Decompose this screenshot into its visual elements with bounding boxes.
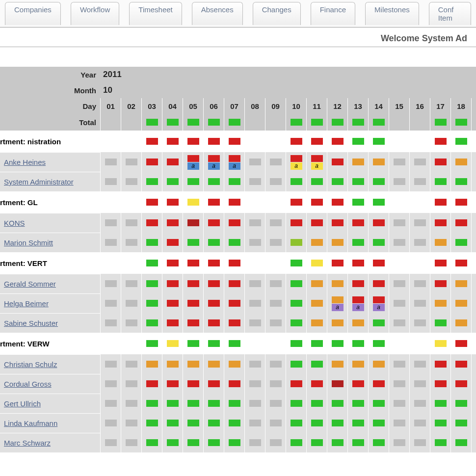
status-block (187, 239, 199, 246)
status-block (394, 380, 405, 387)
status-block (455, 219, 467, 226)
status-block (105, 439, 117, 446)
person-label: Helga Beimer (0, 293, 100, 313)
status-block (146, 340, 158, 347)
status-block (146, 361, 158, 368)
status-block (394, 400, 405, 407)
day-cell (368, 172, 389, 191)
day-cell (141, 252, 162, 274)
day-cell (265, 333, 286, 354)
day-cell (121, 394, 141, 413)
status-block (146, 260, 158, 266)
day-cell (368, 114, 389, 131)
person-link[interactable]: KONS (4, 219, 25, 227)
day-cell (100, 131, 121, 152)
person-link[interactable]: Helga Beimer (4, 299, 49, 308)
day-cell (347, 394, 368, 413)
person-link[interactable]: Sabine Schuster (4, 319, 58, 327)
status-block (229, 138, 240, 145)
day-cell (389, 252, 409, 274)
person-link[interactable]: Cordual Gross (4, 380, 52, 388)
tab-companies[interactable]: Companies (5, 2, 61, 25)
status-block (167, 159, 179, 165)
day-cell (121, 152, 141, 172)
tab-conf-item[interactable]: Conf Item (429, 2, 471, 25)
status-block (435, 319, 447, 326)
day-cell (265, 394, 286, 413)
status-block (146, 219, 158, 226)
status-block (414, 219, 426, 226)
status-block (229, 260, 240, 266)
day-cell (368, 413, 389, 433)
status-block (435, 340, 447, 347)
status-block (105, 400, 117, 407)
status-block (373, 380, 385, 387)
status-block (373, 239, 385, 246)
status-block (394, 420, 405, 426)
status-block (311, 361, 323, 368)
day-cell (347, 333, 368, 354)
day-cell (203, 274, 224, 293)
status-block (291, 340, 302, 347)
status-block (435, 300, 447, 307)
day-cell (162, 191, 183, 213)
absence-marker: a (187, 162, 199, 170)
day-cell (471, 152, 476, 172)
day-cell (409, 354, 430, 374)
day-cell (203, 114, 224, 131)
status-block (311, 380, 323, 387)
day-cell (286, 333, 306, 354)
status-block (311, 199, 323, 206)
status-block (270, 219, 282, 226)
day-cell (327, 274, 347, 293)
status-block (146, 119, 158, 126)
day-cell (121, 233, 141, 252)
tab-absences[interactable]: Absences (192, 2, 243, 25)
tab-finance[interactable]: Finance (311, 2, 355, 25)
status-block (208, 361, 220, 368)
day-cell (224, 252, 244, 274)
status-block (167, 219, 179, 226)
person-label: Anke Heines (0, 152, 100, 172)
status-block (352, 138, 364, 145)
status-block (352, 380, 364, 387)
tab-timesheet[interactable]: Timesheet (129, 2, 182, 25)
person-link[interactable]: Marion Schmitt (4, 238, 53, 247)
status-block (332, 260, 344, 266)
absence-marker: a (332, 304, 344, 311)
day-cell (141, 191, 162, 213)
person-link[interactable]: System Administrator (4, 178, 74, 186)
day-cell (368, 333, 389, 354)
status-block (187, 319, 199, 326)
status-block (455, 439, 467, 446)
person-link[interactable]: Christian Schulz (4, 360, 57, 369)
tab-changes[interactable]: Changes (253, 2, 301, 25)
day-cell (203, 191, 224, 213)
status-block (105, 380, 117, 387)
status-block (126, 219, 137, 226)
day-cell (224, 394, 244, 413)
tab-milestones[interactable]: Milestones (365, 2, 419, 25)
status-block (167, 239, 179, 246)
day-cell (471, 233, 476, 252)
person-link[interactable]: Anke Heines (4, 158, 46, 166)
day-cell (327, 394, 347, 413)
person-link[interactable]: Marc Schwarz (4, 439, 51, 447)
status-block (146, 439, 158, 446)
person-link[interactable]: Linda Kaufmann (4, 419, 57, 427)
tab-workflow[interactable]: Workflow (71, 2, 119, 25)
day-cell (121, 252, 141, 274)
status-block (270, 280, 282, 287)
status-block (146, 239, 158, 246)
status-block (311, 239, 323, 246)
status-block (146, 280, 158, 287)
person-label: Sabine Schuster (0, 313, 100, 333)
person-link[interactable]: Gerald Sommer (4, 280, 56, 288)
status-block (105, 319, 117, 326)
person-link[interactable]: Gert Ullrich (4, 399, 41, 408)
day-cell (368, 354, 389, 374)
day-cell (409, 252, 430, 274)
status-block (208, 199, 220, 206)
status-block (455, 239, 467, 246)
status-block (270, 159, 282, 165)
